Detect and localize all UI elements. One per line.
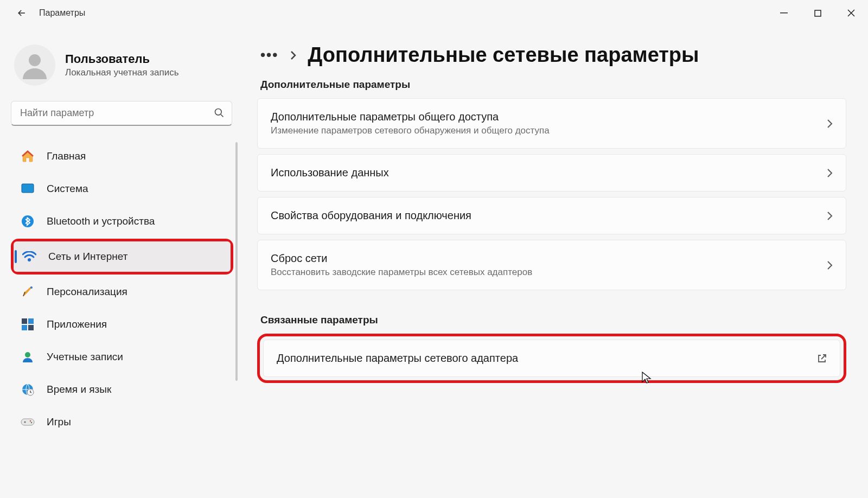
sidebar-item-label: Учетные записи (47, 351, 123, 363)
sidebar-item-system[interactable]: Система (12, 174, 232, 204)
svg-point-17 (24, 422, 26, 423)
wifi-icon (21, 251, 37, 262)
sidebar-item-network[interactable]: Сеть и Интернет (14, 241, 231, 272)
sidebar-item-label: Приложения (47, 318, 107, 330)
chevron-right-icon (826, 260, 833, 270)
svg-point-2 (29, 54, 41, 66)
card-title: Дополнительные параметры общего доступа (271, 111, 826, 123)
highlight-adapter-options: Дополнительные параметры сетевого адапте… (257, 334, 846, 383)
nav-list: Главная Система Bluetooth и устройства (8, 139, 239, 498)
sidebar-item-apps[interactable]: Приложения (12, 309, 232, 340)
user-block[interactable]: Пользователь Локальная учетная запись (8, 34, 239, 101)
search-icon (214, 107, 225, 118)
card-title: Использование данных (271, 167, 826, 179)
sidebar-item-home[interactable]: Главная (12, 141, 232, 171)
chevron-right-icon (826, 119, 833, 129)
sidebar-item-personalization[interactable]: Персонализация (12, 277, 232, 307)
search-input[interactable] (11, 101, 232, 126)
svg-point-18 (30, 420, 31, 422)
svg-point-7 (28, 258, 31, 261)
svg-rect-4 (22, 184, 34, 193)
card-subtitle: Восстановить заводские параметры всех се… (271, 267, 826, 278)
sidebar-item-label: Сеть и Интернет (48, 251, 127, 263)
card-advanced-sharing[interactable]: Дополнительные параметры общего доступа … (257, 98, 846, 149)
minimize-button[interactable] (767, 3, 801, 23)
svg-rect-10 (28, 318, 34, 324)
app-title: Параметры (39, 8, 85, 18)
chevron-right-icon (826, 168, 833, 178)
apps-icon (20, 318, 36, 330)
avatar (14, 44, 55, 86)
sidebar-item-bluetooth[interactable]: Bluetooth и устройства (12, 206, 232, 237)
sidebar-item-gaming[interactable]: Игры (12, 407, 232, 437)
page-title: Дополнительные сетевые параметры (308, 43, 699, 67)
chevron-right-icon (826, 211, 833, 221)
sidebar-item-label: Игры (47, 416, 71, 428)
back-button[interactable] (11, 2, 33, 24)
svg-point-3 (215, 109, 222, 116)
card-data-usage[interactable]: Использование данных (257, 154, 846, 191)
brush-icon (20, 285, 36, 298)
sidebar-item-label: Время и язык (47, 384, 111, 395)
svg-point-19 (31, 422, 32, 423)
maximize-button[interactable] (801, 3, 834, 23)
card-title: Дополнительные параметры сетевого адапте… (277, 352, 817, 365)
svg-rect-16 (21, 419, 34, 425)
svg-rect-9 (22, 318, 27, 324)
home-icon (20, 150, 36, 163)
main-content: ••• Дополнительные сетевые параметры Доп… (244, 26, 868, 498)
card-hardware-properties[interactable]: Свойства оборудования и подключения (257, 197, 846, 234)
chevron-right-icon (289, 50, 297, 61)
bluetooth-icon (20, 215, 36, 228)
sidebar: Пользователь Локальная учетная запись Гл… (0, 26, 244, 498)
close-button[interactable] (834, 3, 868, 23)
globe-clock-icon (20, 383, 36, 396)
card-title: Свойства оборудования и подключения (271, 209, 826, 222)
breadcrumb: ••• Дополнительные сетевые параметры (260, 43, 846, 67)
svg-rect-1 (815, 10, 821, 16)
card-network-reset[interactable]: Сброс сети Восстановить заводские параме… (257, 240, 846, 290)
sidebar-item-label: Bluetooth и устройства (47, 215, 155, 227)
svg-point-13 (25, 352, 30, 357)
gamepad-icon (20, 417, 36, 427)
accounts-icon (20, 350, 36, 363)
open-external-icon (817, 354, 827, 363)
sidebar-item-accounts[interactable]: Учетные записи (12, 342, 232, 372)
search-wrap (11, 101, 232, 126)
sidebar-item-label: Главная (47, 150, 86, 162)
scrollbar[interactable] (235, 142, 238, 381)
svg-rect-0 (780, 12, 788, 14)
card-subtitle: Изменение параметров сетевого обнаружени… (271, 125, 826, 136)
section-heading-related: Связанные параметры (260, 314, 846, 326)
highlight-sidebar-network: Сеть и Интернет (11, 239, 233, 274)
svg-rect-11 (22, 325, 27, 330)
card-title: Сброс сети (271, 252, 826, 265)
section-heading-advanced: Дополнительные параметры (260, 79, 846, 91)
user-name: Пользователь (65, 52, 179, 66)
breadcrumb-more-icon[interactable]: ••• (260, 47, 278, 63)
card-adapter-options[interactable]: Дополнительные параметры сетевого адапте… (263, 340, 840, 377)
system-icon (20, 183, 36, 194)
sidebar-item-label: Персонализация (47, 286, 127, 298)
svg-rect-12 (28, 325, 34, 330)
svg-point-8 (30, 286, 33, 289)
window-controls (767, 3, 868, 23)
user-subtitle: Локальная учетная запись (65, 67, 179, 78)
titlebar: Параметры (0, 0, 868, 26)
sidebar-item-label: Система (47, 183, 88, 195)
sidebar-item-time-language[interactable]: Время и язык (12, 374, 232, 405)
